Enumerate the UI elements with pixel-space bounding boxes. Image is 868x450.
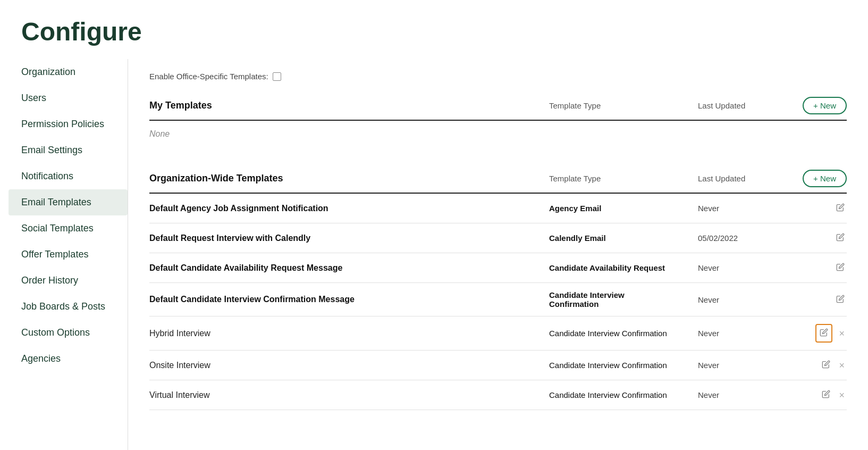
- table-row: Virtual InterviewCandidate Interview Con…: [149, 380, 847, 410]
- page-title: Configure: [0, 0, 868, 59]
- org-templates-section: Organization-Wide Templates Template Typ…: [149, 164, 847, 410]
- row-actions: ×: [820, 388, 847, 402]
- table-row: Onsite InterviewCandidate Interview Conf…: [149, 351, 847, 380]
- delete-button[interactable]: ×: [837, 327, 847, 340]
- edit-button[interactable]: [834, 293, 847, 307]
- my-templates-updated-col: Last Updated: [698, 101, 794, 110]
- row-date: Never: [698, 204, 794, 213]
- row-date: Never: [698, 361, 794, 370]
- row-name: Default Candidate Availability Request M…: [149, 263, 549, 273]
- sidebar-item-organization[interactable]: Organization: [9, 59, 128, 85]
- row-date: Never: [698, 390, 794, 399]
- row-name: Hybrid Interview: [149, 329, 549, 338]
- org-templates-new-button[interactable]: + New: [803, 170, 847, 187]
- row-actions: ×: [815, 324, 847, 343]
- row-type: Candidate Interview Confirmation: [549, 290, 698, 309]
- row-date: 05/02/2022: [698, 234, 794, 243]
- edit-button[interactable]: [834, 231, 847, 245]
- row-type: Candidate Interview Confirmation: [549, 361, 698, 370]
- table-row: Default Candidate Interview Confirmation…: [149, 283, 847, 316]
- row-actions: [834, 201, 847, 215]
- org-templates-header: Organization-Wide Templates Template Typ…: [149, 164, 847, 194]
- enable-label: Enable Office-Specific Templates:: [149, 72, 268, 81]
- sidebar-item-email-settings[interactable]: Email Settings: [9, 137, 128, 163]
- sidebar-item-agencies[interactable]: Agencies: [9, 346, 128, 372]
- edit-button[interactable]: [834, 201, 847, 215]
- delete-button[interactable]: ×: [837, 388, 847, 402]
- row-name: Virtual Interview: [149, 390, 549, 400]
- row-type: Candidate Interview Confirmation: [549, 329, 698, 338]
- row-date: Never: [698, 329, 794, 338]
- edit-button[interactable]: [815, 324, 832, 343]
- sidebar-item-social-templates[interactable]: Social Templates: [9, 215, 128, 241]
- sidebar-item-order-history[interactable]: Order History: [9, 268, 128, 294]
- edit-button[interactable]: [820, 358, 832, 372]
- sidebar-item-permission-policies[interactable]: Permission Policies: [9, 111, 128, 137]
- row-name: Default Request Interview with Calendly: [149, 234, 549, 243]
- my-templates-type-col: Template Type: [549, 101, 698, 110]
- sidebar-item-job-boards-posts[interactable]: Job Boards & Posts: [9, 294, 128, 320]
- table-row: Hybrid InterviewCandidate Interview Conf…: [149, 316, 847, 351]
- row-type: Candidate Interview Confirmation: [549, 390, 698, 399]
- row-type: Candidate Availability Request: [549, 263, 698, 272]
- sidebar: OrganizationUsersPermission PoliciesEmai…: [0, 59, 128, 450]
- my-templates-heading: My Templates: [149, 100, 549, 111]
- enable-checkbox[interactable]: [273, 72, 281, 81]
- delete-button[interactable]: ×: [837, 359, 847, 372]
- my-templates-header: My Templates Template Type Last Updated …: [149, 91, 847, 121]
- enable-office-row: Enable Office-Specific Templates:: [149, 72, 847, 81]
- org-templates-updated-col: Last Updated: [698, 174, 794, 183]
- row-type: Agency Email: [549, 204, 698, 213]
- row-name: Onsite Interview: [149, 361, 549, 370]
- main-content: Enable Office-Specific Templates: My Tem…: [128, 59, 868, 450]
- sidebar-item-users[interactable]: Users: [9, 85, 128, 111]
- org-templates-heading: Organization-Wide Templates: [149, 173, 549, 184]
- row-actions: [834, 261, 847, 275]
- table-row: Default Agency Job Assignment Notificati…: [149, 194, 847, 223]
- sidebar-item-email-templates[interactable]: Email Templates: [9, 189, 128, 215]
- row-date: Never: [698, 295, 794, 304]
- row-actions: [834, 231, 847, 245]
- row-type: Calendly Email: [549, 234, 698, 243]
- edit-button[interactable]: [820, 388, 832, 402]
- my-templates-empty: None: [149, 121, 847, 147]
- row-actions: [834, 293, 847, 307]
- table-row: Default Candidate Availability Request M…: [149, 253, 847, 283]
- org-templates-type-col: Template Type: [549, 174, 698, 183]
- row-name: Default Candidate Interview Confirmation…: [149, 295, 549, 304]
- sidebar-item-offer-templates[interactable]: Offer Templates: [9, 241, 128, 268]
- row-date: Never: [698, 263, 794, 272]
- row-name: Default Agency Job Assignment Notificati…: [149, 204, 549, 213]
- my-templates-section: My Templates Template Type Last Updated …: [149, 91, 847, 147]
- sidebar-item-notifications[interactable]: Notifications: [9, 163, 128, 189]
- row-actions: ×: [820, 358, 847, 372]
- org-templates-rows: Default Agency Job Assignment Notificati…: [149, 194, 847, 410]
- sidebar-item-custom-options[interactable]: Custom Options: [9, 320, 128, 346]
- my-templates-new-button[interactable]: + New: [803, 97, 847, 114]
- table-row: Default Request Interview with CalendlyC…: [149, 223, 847, 253]
- edit-button[interactable]: [834, 261, 847, 275]
